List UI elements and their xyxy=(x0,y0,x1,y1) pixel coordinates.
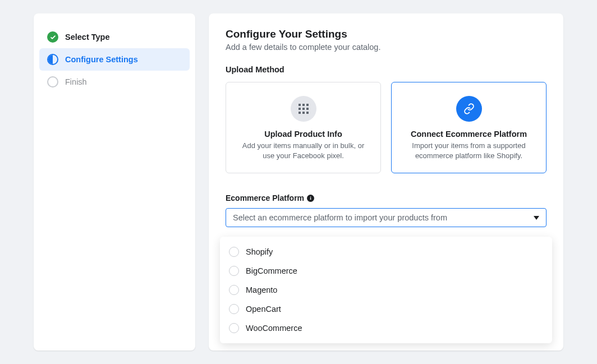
option-shopify[interactable]: Shopify xyxy=(220,242,552,261)
grid-icon xyxy=(291,96,316,122)
step-label: Select Type xyxy=(65,33,110,42)
radio-icon xyxy=(229,285,239,295)
ecommerce-platform-dropdown: Shopify BigCommerce Magento OpenCart Woo… xyxy=(220,237,552,343)
select-placeholder: Select an ecommerce platform to import y… xyxy=(233,213,447,222)
svg-rect-2 xyxy=(306,104,309,106)
svg-rect-6 xyxy=(298,112,301,114)
upload-method-cards: Upload Product Info Add your items manua… xyxy=(226,82,547,173)
ecommerce-platform-select[interactable]: Select an ecommerce platform to import y… xyxy=(226,208,547,227)
link-icon xyxy=(456,96,482,122)
step-label: Configure Settings xyxy=(65,55,138,64)
steps-sidebar: Select Type Configure Settings Finish xyxy=(34,13,195,351)
card-connect-ecommerce[interactable]: Connect Ecommerce Platform Import your i… xyxy=(391,82,547,173)
svg-rect-8 xyxy=(306,112,309,114)
option-opencart[interactable]: OpenCart xyxy=(220,300,552,319)
option-bigcommerce[interactable]: BigCommerce xyxy=(220,261,552,280)
card-upload-title: Upload Product Info xyxy=(235,130,371,139)
svg-rect-5 xyxy=(306,108,309,110)
page-subtitle: Add a few details to complete your catal… xyxy=(226,43,547,52)
radio-icon xyxy=(229,247,239,257)
half-circle-icon xyxy=(47,54,58,65)
check-icon xyxy=(47,31,58,43)
caret-down-icon xyxy=(534,216,539,220)
card-upload-product-info[interactable]: Upload Product Info Add your items manua… xyxy=(226,82,381,173)
step-select-type[interactable]: Select Type xyxy=(39,26,190,48)
svg-rect-0 xyxy=(298,104,301,106)
svg-rect-3 xyxy=(298,108,301,110)
option-magento[interactable]: Magento xyxy=(220,280,552,300)
option-woocommerce[interactable]: WooCommerce xyxy=(220,319,552,338)
svg-rect-7 xyxy=(302,112,305,114)
svg-rect-1 xyxy=(302,104,305,106)
card-connect-title: Connect Ecommerce Platform xyxy=(401,130,537,139)
main-panel: Configure Your Settings Add a few detail… xyxy=(209,13,563,351)
upload-method-label: Upload Method xyxy=(226,65,547,74)
empty-circle-icon xyxy=(47,76,58,87)
step-label: Finish xyxy=(65,77,87,86)
card-connect-desc: Import your items from a supported ecomm… xyxy=(401,141,537,160)
radio-icon xyxy=(229,304,239,314)
svg-rect-4 xyxy=(302,108,305,110)
radio-icon xyxy=(229,323,239,333)
step-configure-settings[interactable]: Configure Settings xyxy=(39,48,190,71)
ecommerce-platform-label: Ecommerce Platform i xyxy=(226,193,547,202)
page-title: Configure Your Settings xyxy=(226,28,547,40)
radio-icon xyxy=(229,266,239,276)
step-finish[interactable]: Finish xyxy=(39,71,190,93)
card-upload-desc: Add your items manually or in bulk, or u… xyxy=(235,141,371,160)
info-icon[interactable]: i xyxy=(307,195,314,202)
